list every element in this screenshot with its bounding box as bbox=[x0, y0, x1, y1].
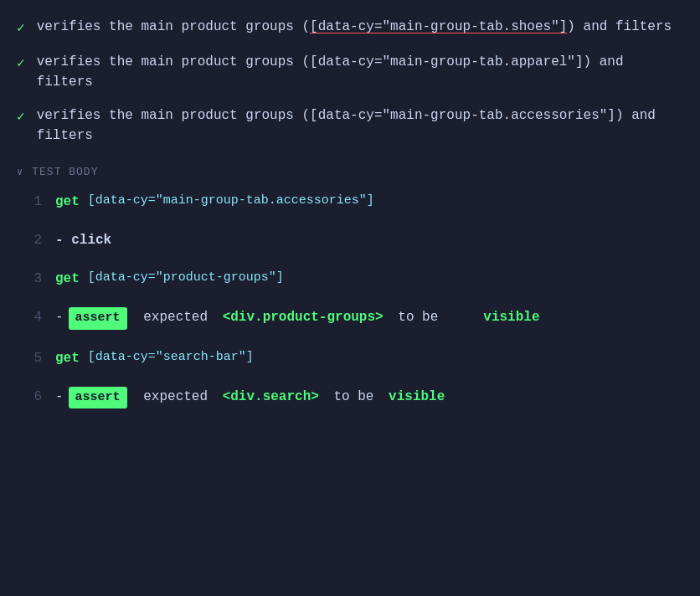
code-content-1: get [data-cy="main-group-tab.accessories… bbox=[55, 192, 683, 212]
line-number-3: 3 bbox=[17, 269, 42, 289]
assert-badge-6: assert bbox=[69, 387, 127, 409]
check-icon-2: ✓ bbox=[17, 54, 25, 74]
get-keyword-3: get bbox=[55, 269, 80, 289]
test-item-1: ✓ verifies the main product groups ([dat… bbox=[17, 17, 683, 39]
expected-4: expected bbox=[136, 307, 216, 327]
test-text-2: verifies the main product groups ([data-… bbox=[37, 52, 683, 92]
code-content-2: - click bbox=[55, 230, 683, 250]
code-content-6: - assert expected <div.search> to be vis… bbox=[55, 387, 683, 409]
click-keyword: - click bbox=[55, 230, 111, 250]
get-keyword-5: get bbox=[55, 348, 80, 368]
to-be-4: to be bbox=[390, 307, 439, 327]
test-item-2: ✓ verifies the main product groups ([dat… bbox=[17, 52, 683, 92]
selector-5: [data-cy="search-bar"] bbox=[88, 348, 254, 367]
code-line-3: 3 get [data-cy="product-groups"] bbox=[17, 269, 683, 289]
code-content-4: - assert expected <div.product-groups> t… bbox=[55, 307, 683, 330]
code-line-4: 4 - assert expected <div.product-groups>… bbox=[17, 307, 683, 330]
code-line-6: 6 - assert expected <div.search> to be v… bbox=[17, 387, 683, 409]
visible-6: visible bbox=[380, 387, 445, 407]
code-block: 1 get [data-cy="main-group-tab.accessori… bbox=[0, 192, 700, 408]
selector-1: [data-cy="main-group-tab.accessories"] bbox=[88, 192, 374, 211]
code-content-3: get [data-cy="product-groups"] bbox=[55, 269, 683, 289]
assert-badge-4: assert bbox=[69, 307, 127, 330]
to-be-6: to be bbox=[326, 387, 374, 407]
test-text-3: verifies the main product groups ([data-… bbox=[37, 105, 683, 146]
visible-4: visible bbox=[483, 307, 539, 327]
selector-3: [data-cy="product-groups"] bbox=[88, 269, 284, 288]
element-tag-4: <div.product-groups> bbox=[223, 307, 383, 327]
dash-4: - bbox=[55, 307, 64, 327]
test-text-1: verifies the main product groups ([data-… bbox=[37, 17, 672, 37]
underline-selector-1: [data-cy="main-group-tab.shoes"] bbox=[310, 19, 567, 34]
get-keyword-1: get bbox=[55, 192, 80, 212]
expected-6: expected bbox=[136, 387, 216, 407]
test-body-header[interactable]: ∨ TEST BODY bbox=[0, 159, 700, 185]
test-list: ✓ verifies the main product groups ([dat… bbox=[0, 17, 700, 146]
code-line-5: 5 get [data-cy="search-bar"] bbox=[17, 348, 683, 368]
chevron-down-icon: ∨ bbox=[17, 166, 23, 178]
code-content-5: get [data-cy="search-bar"] bbox=[55, 348, 683, 368]
dash-6: - bbox=[55, 387, 64, 407]
test-body-label: TEST BODY bbox=[32, 166, 98, 178]
check-icon-3: ✓ bbox=[17, 107, 25, 127]
code-line-1: 1 get [data-cy="main-group-tab.accessori… bbox=[17, 192, 683, 212]
line-number-6: 6 bbox=[17, 387, 42, 407]
line-number-1: 1 bbox=[17, 192, 42, 212]
test-item-3: ✓ verifies the main product groups ([dat… bbox=[17, 105, 683, 146]
line-number-5: 5 bbox=[17, 348, 42, 368]
element-tag-6: <div.search> bbox=[223, 387, 319, 407]
line-number-4: 4 bbox=[17, 307, 42, 327]
code-line-2: 2 - click bbox=[17, 230, 683, 250]
check-icon-1: ✓ bbox=[17, 18, 25, 39]
line-number-2: 2 bbox=[17, 230, 42, 250]
